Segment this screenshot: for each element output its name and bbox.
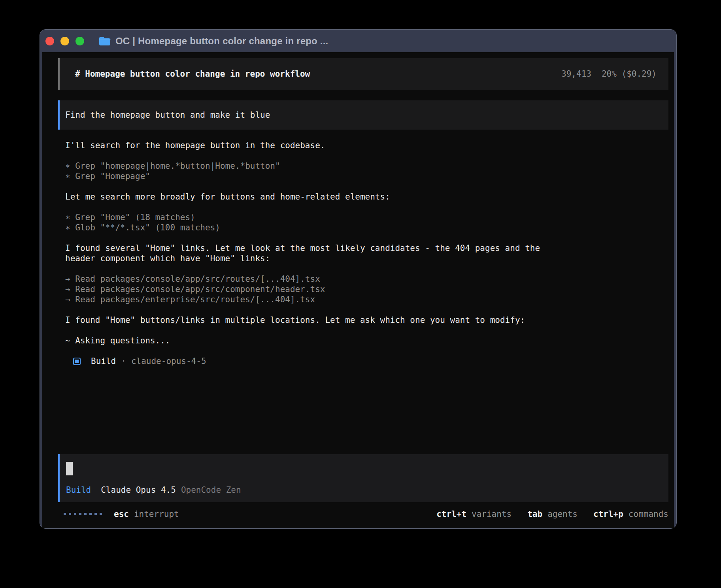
agent-model: claude-opus-4-5 xyxy=(131,356,206,366)
tool-call-group: ∗ Grep "homepage|home.*button|Home.*butt… xyxy=(42,161,674,181)
agent-name: Build xyxy=(91,356,116,366)
tool-call-grep: ∗ Grep "homepage|home.*button|Home.*butt… xyxy=(65,161,573,171)
session-stats: 39,413 20% ($0.29) xyxy=(561,69,657,79)
tab-key: tab xyxy=(527,509,542,519)
shortcut-variants: ctrl+t variants xyxy=(436,509,511,519)
tool-call-group: → Read packages/console/app/src/routes/[… xyxy=(42,274,674,305)
user-message-text: Find the homepage button and make it blu… xyxy=(65,110,270,120)
tool-call-grep: ∗ Grep "Home" (18 matches) xyxy=(65,212,573,222)
token-count: 39,413 xyxy=(561,69,591,79)
ctrl-t-key: ctrl+t xyxy=(436,509,466,519)
minimize-button[interactable] xyxy=(60,37,69,45)
input-model-label[interactable]: Claude Opus 4.5 xyxy=(101,485,176,495)
close-button[interactable] xyxy=(45,37,54,45)
input-provider-label: OpenCode Zen xyxy=(181,485,241,495)
assistant-paragraph: I found "Home" buttons/links in multiple… xyxy=(65,315,573,325)
input-agent-label[interactable]: Build xyxy=(66,485,91,495)
ctrl-p-key: ctrl+p xyxy=(593,509,623,519)
tool-call-read: → Read packages/enterprise/src/routes/[.… xyxy=(65,294,573,305)
esc-key: esc xyxy=(114,509,129,519)
assistant-status: ~ Asking questions... xyxy=(65,335,573,346)
commands-label: commands xyxy=(629,509,668,519)
input-meta: Build Claude Opus 4.5 OpenCode Zen xyxy=(66,485,668,495)
tool-call-grep: ∗ Grep "Homepage" xyxy=(65,171,573,181)
window-titlebar[interactable]: OC | Homepage button color change in rep… xyxy=(42,30,674,52)
shortcut-hints: ctrl+t variants tab agents ctrl+p comman… xyxy=(421,509,668,519)
agent-build-icon xyxy=(73,358,81,365)
terminal-content: # Homepage button color change in repo w… xyxy=(42,52,674,528)
assistant-paragraph: I'll search for the homepage button in t… xyxy=(65,140,573,151)
text-cursor xyxy=(66,462,73,475)
tool-call-read: → Read packages/console/app/src/componen… xyxy=(65,284,573,294)
session-title: # Homepage button color change in repo w… xyxy=(75,69,310,79)
tool-call-glob: ∗ Glob "**/*.tsx" (100 matches) xyxy=(65,222,573,233)
esc-label: interrupt xyxy=(134,509,179,519)
tool-call-read: → Read packages/console/app/src/routes/[… xyxy=(65,274,573,284)
status-bar: esc interrupt ctrl+t variants tab agents… xyxy=(42,502,674,528)
tool-call-group: ∗ Grep "Home" (18 matches) ∗ Glob "**/*.… xyxy=(42,212,674,233)
agent-separator: · xyxy=(121,356,126,366)
session-header: # Homepage button color change in repo w… xyxy=(58,58,668,90)
terminal-window: OC | Homepage button color change in rep… xyxy=(40,29,677,529)
traffic-lights xyxy=(45,37,84,45)
assistant-paragraph: Let me search more broadly for buttons a… xyxy=(65,192,573,202)
activity-dots xyxy=(64,513,102,515)
shortcut-commands: ctrl+p commands xyxy=(593,509,668,519)
variants-label: variants xyxy=(472,509,511,519)
context-usage: 20% ($0.29) xyxy=(602,69,657,79)
shortcut-agents: tab agents xyxy=(527,509,578,519)
zoom-button[interactable] xyxy=(75,37,84,45)
folder-icon xyxy=(98,36,111,46)
assistant-paragraph: I found several "Home" links. Let me loo… xyxy=(65,243,573,264)
window-title: OC | Homepage button color change in rep… xyxy=(115,36,328,47)
agent-status-row: Build · claude-opus-4-5 xyxy=(65,356,674,366)
user-message: Find the homepage button and make it blu… xyxy=(58,100,668,130)
agents-label: agents xyxy=(547,509,578,519)
prompt-input[interactable]: Build Claude Opus 4.5 OpenCode Zen xyxy=(58,454,668,502)
shortcut-interrupt: esc interrupt xyxy=(114,509,179,519)
